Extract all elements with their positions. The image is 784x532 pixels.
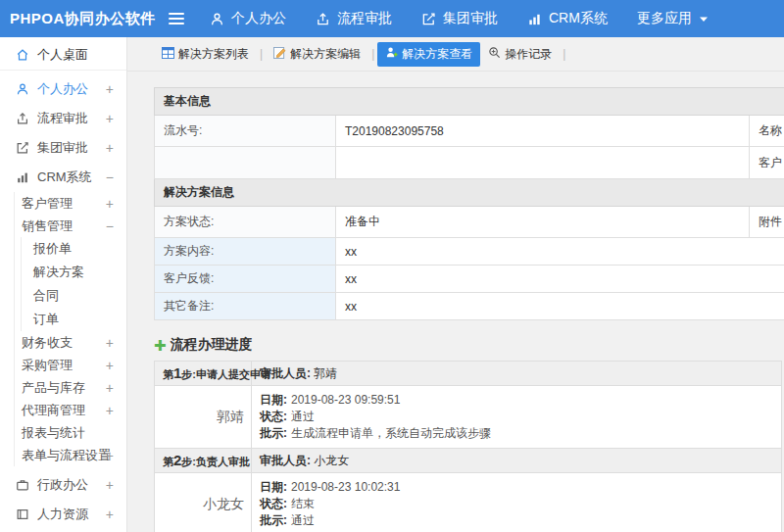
book-icon [15,508,29,522]
expand-icon[interactable]: + [106,508,114,521]
main-area: 解决方案列表 | 解决方案编辑 | 解决方案查看 操作记录 [127,37,784,532]
approver-label: 审批人员: [260,454,311,467]
sidebar-item-form-workflow-settings[interactable]: 表单与流程设置 + [15,444,126,466]
tab-operation-log[interactable]: 操作记录 [480,42,560,67]
progress-title-text: 流程办理进度 [171,336,253,354]
sidebar-item-label: 人力资源 [37,506,88,523]
sidebar-item-label: 代理商管理 [22,402,85,419]
nav-label: 更多应用 [637,10,692,27]
handler-name: 小龙女 [155,473,252,532]
sidebar-item-agents-mgmt[interactable]: 代理商管理 + [15,399,126,421]
sidebar-item-label: 集团审批 [37,139,88,157]
tab-solution-view[interactable]: 解决方案查看 [377,42,480,67]
sidebar-item-workflow-approval[interactable]: 流程审批 + [0,104,126,133]
sidebar-item-solution[interactable]: 解决方案 [22,261,126,284]
nav-personal-office[interactable]: 个人办公 [210,10,286,27]
sidebar-item-label: CRM系统 [37,169,92,186]
customer-label: 客户 [750,147,784,179]
sidebar: 个人桌面 个人办公 + 流程审批 + 集团审批 + [0,37,127,532]
sidebar-item-order[interactable]: 订单 [22,308,126,331]
sidebar-item-label: 产品与库存 [22,379,85,397]
comment-label: 批示: [260,513,287,527]
bar-chart-icon [15,170,29,185]
tab-label: 解决方案查看 [402,46,472,63]
date-line: 日期:2019-08-23 09:59:51 [260,392,773,409]
expand-icon[interactable]: + [106,449,114,462]
approver-name: 郭靖 [314,366,337,380]
comment-line: 批示:生成流程申请单，系统自动完成该步骤 [260,425,773,442]
workflow-submit-icon [316,12,330,26]
status-label: 状态: [260,497,287,510]
expand-icon[interactable]: + [106,141,114,155]
nav-label: 个人办公 [231,10,286,27]
table-list-icon [162,47,174,62]
collapse-icon[interactable]: − [106,170,114,184]
sidebar-item-label: 个人办公 [37,80,88,98]
sidebar-item-label: 采购管理 [22,357,73,374]
tab-label: 解决方案列表 [178,46,249,63]
sidebar-item-reports-stats[interactable]: 报表与统计 [15,421,126,444]
sidebar-item-quotation[interactable]: 报价单 [22,237,126,261]
caret-down-icon [699,16,709,23]
expand-icon[interactable]: + [106,112,114,125]
expand-icon[interactable]: + [106,359,114,372]
sidebar-item-crm-system[interactable]: CRM系统 − [0,163,126,192]
approver-name: 小龙女 [314,454,349,467]
expand-icon[interactable]: + [106,478,114,492]
sidebar-item-label: 报表与统计 [22,424,85,442]
magnifier-icon [488,46,501,62]
approver-cell: 审批人员: 郭靖 [252,362,782,386]
sidebar-item-human-resources[interactable]: 人力资源 + [0,500,126,529]
green-plus-icon: ✚ [154,338,167,353]
sidebar-item-group-approval[interactable]: 集团审批 + [0,133,126,163]
expand-icon[interactable]: + [106,404,114,417]
sidebar-item-label: 报价单 [33,240,72,258]
workflow-progress-table: 第1步:申请人提交申请 审批人员: 郭靖 郭靖 日期:2019-08-23 09… [154,361,782,532]
table-row: 流水号: T20190823095758 名称 [155,116,784,147]
attachment-label: 附件 [750,207,784,238]
sidebar-item-purchasing[interactable]: 采购管理 + [15,354,126,376]
comment-line: 批示:通过 [260,512,773,529]
nav-workflow-approval[interactable]: 流程审批 [316,10,392,27]
sidebar-item-finance[interactable]: 财务收支 + [15,331,126,354]
tab-solution-list[interactable]: 解决方案列表 [154,42,257,67]
nav-more-apps[interactable]: 更多应用 [637,10,709,27]
date-label: 日期: [260,480,287,494]
nav-group-approval[interactable]: 集团审批 [421,10,498,27]
serial-number-value: T20190823095758 [336,116,750,147]
approver-cell: 审批人员: 小龙女 [252,449,782,473]
edit-square-icon [421,12,436,26]
user-icon [210,12,224,26]
content-value: xx [336,238,784,266]
table-row: 客户反馈: xx [155,266,784,293]
briefcase-icon [15,478,29,493]
sidebar-item-products-inventory[interactable]: 产品与库存 + [15,376,126,399]
nav-crm-system[interactable]: CRM系统 [527,10,608,27]
status-value: 准备中 [336,207,750,238]
edit-square-icon [15,141,29,156]
section-header-basic-info: 基本信息 [155,88,784,116]
sidebar-item-contract[interactable]: 合同 [22,284,126,308]
sidebar-item-desktop[interactable]: 个人桌面 [0,39,126,71]
expand-icon[interactable]: + [106,381,114,395]
table-row: 客户 [155,147,784,179]
hamburger-menu-icon[interactable] [169,13,184,24]
collapse-icon[interactable]: − [106,219,114,233]
sidebar-item-admin-office[interactable]: 行政办公 + [0,470,126,500]
empty-value-cell [336,147,750,179]
sidebar-item-sales-mgmt[interactable]: 销售管理 − [15,215,126,237]
date-line: 日期:2019-08-23 10:02:31 [260,479,773,496]
step-detail-row: 小龙女 日期:2019-08-23 10:02:31 状态:结束 批示:通过 [155,473,782,532]
date-value: 2019-08-23 10:02:31 [291,480,400,494]
expand-icon[interactable]: + [106,82,114,96]
sidebar-item-customer-mgmt[interactable]: 客户管理 + [15,192,126,215]
sidebar-item-personal-office[interactable]: 个人办公 + [0,74,126,104]
section-title: 基本信息 [155,88,784,116]
topbar: PHPOA协同办公软件 个人办公 流程审批 集团审批 [0,0,784,37]
tab-solution-edit[interactable]: 解决方案编辑 [266,42,368,67]
nav-label: 集团审批 [443,10,498,27]
expand-icon[interactable]: + [106,197,114,211]
status-label: 方案状态: [155,207,336,238]
top-navigation: 个人办公 流程审批 集团审批 CRM系统 更多应用 [210,10,709,27]
expand-icon[interactable]: + [106,336,114,350]
